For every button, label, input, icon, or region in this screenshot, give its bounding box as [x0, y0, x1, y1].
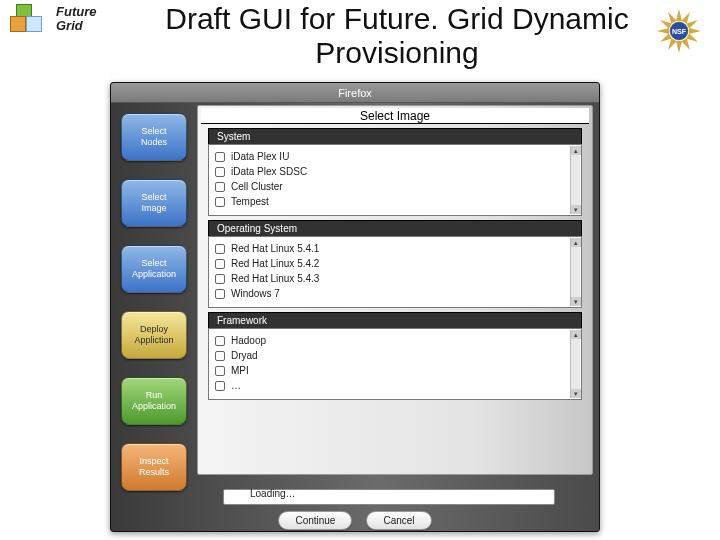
- wizard-step-2[interactable]: Select Application: [121, 245, 187, 293]
- option-row[interactable]: Tempest: [215, 194, 575, 209]
- checkbox-icon[interactable]: [215, 336, 225, 346]
- fieldset-framework: FrameworkHadoopDryadMPI…▴▾: [208, 312, 582, 400]
- app-window: Firefox Select NodesSelect ImageSelect A…: [110, 82, 600, 532]
- futuregrid-logo-text: Future Grid: [56, 5, 96, 33]
- wizard-step-4[interactable]: Run Application: [121, 377, 187, 425]
- futuregrid-logo: Future Grid: [10, 2, 140, 36]
- checkbox-icon[interactable]: [215, 259, 225, 269]
- fieldset-body: Red Hat Linux 5.4.1Red Hat Linux 5.4.2Re…: [208, 236, 582, 308]
- option-row[interactable]: MPI: [215, 363, 575, 378]
- checkbox-icon[interactable]: [215, 274, 225, 284]
- progress-row: Loading…: [203, 487, 585, 507]
- wizard-step-5[interactable]: Inspect Results: [121, 443, 187, 491]
- continue-button[interactable]: Continue: [278, 511, 352, 530]
- option-row[interactable]: iData Plex SDSC: [215, 164, 575, 179]
- fieldset-body: iData Plex IUiData Plex SDSCCell Cluster…: [208, 144, 582, 216]
- action-row: Continue Cancel: [111, 511, 599, 530]
- option-label: Red Hat Linux 5.4.1: [231, 243, 319, 254]
- option-row[interactable]: Hadoop: [215, 333, 575, 348]
- option-label: Red Hat Linux 5.4.2: [231, 258, 319, 269]
- scroll-up-icon[interactable]: ▴: [571, 238, 581, 247]
- option-row[interactable]: iData Plex IU: [215, 149, 575, 164]
- window-titlebar: Firefox: [111, 83, 599, 103]
- option-label: Cell Cluster: [231, 181, 283, 192]
- option-label: MPI: [231, 365, 249, 376]
- fieldset-body: HadoopDryadMPI…▴▾: [208, 328, 582, 400]
- checkbox-icon[interactable]: [215, 197, 225, 207]
- content-title: Select Image: [201, 108, 589, 124]
- wizard-step-0[interactable]: Select Nodes: [121, 113, 187, 161]
- option-label: Red Hat Linux 5.4.3: [231, 273, 319, 284]
- option-label: Tempest: [231, 196, 269, 207]
- progress-label: Loading…: [250, 488, 296, 499]
- fieldset-label: Operating System: [208, 220, 582, 236]
- svg-marker-1: [676, 9, 682, 21]
- progress-bar: Loading…: [223, 489, 555, 505]
- scroll-down-icon[interactable]: ▾: [571, 297, 581, 306]
- option-row[interactable]: Dryad: [215, 348, 575, 363]
- fieldset-system: SystemiData Plex IUiData Plex SDSCCell C…: [208, 128, 582, 216]
- svg-text:NSF: NSF: [672, 28, 687, 35]
- option-label: Hadoop: [231, 335, 266, 346]
- option-label: iData Plex SDSC: [231, 166, 307, 177]
- option-label: …: [231, 380, 241, 391]
- slide-title: Draft GUI for Future. Grid Dynamic Provi…: [140, 2, 654, 76]
- checkbox-icon[interactable]: [215, 152, 225, 162]
- nsf-logo-icon: NSF: [654, 6, 704, 56]
- cancel-button[interactable]: Cancel: [366, 511, 431, 530]
- wizard-step-buttons: Select NodesSelect ImageSelect Applicati…: [121, 113, 187, 491]
- option-label: Dryad: [231, 350, 258, 361]
- checkbox-icon[interactable]: [215, 381, 225, 391]
- wizard-step-1[interactable]: Select Image: [121, 179, 187, 227]
- scroll-up-icon[interactable]: ▴: [571, 330, 581, 339]
- checkbox-icon[interactable]: [215, 167, 225, 177]
- checkbox-icon[interactable]: [215, 244, 225, 254]
- window-body: Select NodesSelect ImageSelect Applicati…: [111, 103, 599, 531]
- option-label: Windows 7: [231, 288, 280, 299]
- logo-line1: Future: [56, 4, 96, 19]
- checkbox-icon[interactable]: [215, 366, 225, 376]
- wizard-step-3[interactable]: Deploy Appliction: [121, 311, 187, 359]
- futuregrid-icon: [10, 2, 50, 36]
- option-label: iData Plex IU: [231, 151, 289, 162]
- scroll-up-icon[interactable]: ▴: [571, 146, 581, 155]
- option-row[interactable]: …: [215, 378, 575, 393]
- logo-line2: Grid: [56, 18, 83, 33]
- slide-header: Future Grid Draft GUI for Future. Grid D…: [0, 0, 720, 76]
- option-row[interactable]: Windows 7: [215, 286, 575, 301]
- fieldset-operating-system: Operating SystemRed Hat Linux 5.4.1Red H…: [208, 220, 582, 308]
- option-row[interactable]: Red Hat Linux 5.4.2: [215, 256, 575, 271]
- scrollbar[interactable]: ▴▾: [570, 330, 580, 398]
- option-row[interactable]: Red Hat Linux 5.4.1: [215, 241, 575, 256]
- scrollbar[interactable]: ▴▾: [570, 146, 580, 214]
- option-row[interactable]: Red Hat Linux 5.4.3: [215, 271, 575, 286]
- scrollbar[interactable]: ▴▾: [570, 238, 580, 306]
- fieldset-label: System: [208, 128, 582, 144]
- scroll-down-icon[interactable]: ▾: [571, 389, 581, 398]
- fieldset-label: Framework: [208, 312, 582, 328]
- scroll-down-icon[interactable]: ▾: [571, 205, 581, 214]
- content-pane: Select Image SystemiData Plex IUiData Pl…: [197, 105, 593, 475]
- checkbox-icon[interactable]: [215, 351, 225, 361]
- option-row[interactable]: Cell Cluster: [215, 179, 575, 194]
- checkbox-icon[interactable]: [215, 289, 225, 299]
- checkbox-icon[interactable]: [215, 182, 225, 192]
